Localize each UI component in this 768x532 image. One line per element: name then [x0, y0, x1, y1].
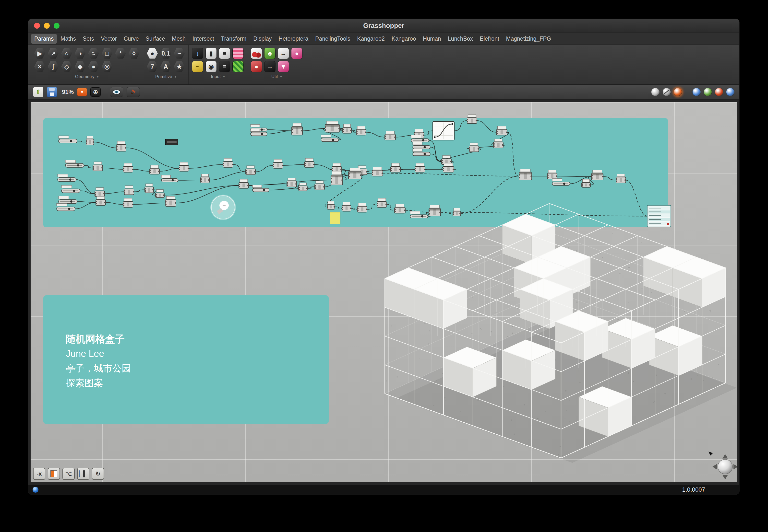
menu-tab-vector[interactable]: Vector — [98, 34, 120, 44]
menu-tab-lunchbox[interactable]: LunchBox — [445, 34, 476, 44]
graph-node[interactable] — [86, 136, 94, 145]
graph-node[interactable] — [223, 158, 233, 167]
graph-node[interactable] — [342, 202, 351, 211]
graph-node[interactable] — [384, 131, 396, 140]
display-blue-button[interactable] — [692, 88, 701, 96]
graph-mapper-node[interactable] — [433, 122, 454, 140]
component-node[interactable] — [429, 205, 441, 216]
graph-node[interactable] — [315, 181, 325, 190]
sticky-panel-node[interactable] — [330, 212, 340, 224]
graph-node[interactable] — [342, 124, 352, 133]
graph-node[interactable] — [123, 198, 133, 207]
wire-display-button[interactable]: ⌥ — [62, 468, 75, 480]
close-button[interactable] — [34, 23, 40, 29]
number-param-icon[interactable]: 0.1 — [160, 48, 171, 59]
palette-group-expander[interactable]: ▾ — [280, 75, 282, 79]
save-file-button[interactable] — [47, 87, 57, 97]
cluster-icon[interactable]: ● — [291, 48, 303, 59]
graph-node[interactable] — [493, 139, 503, 148]
curve-param-icon[interactable]: ∫ — [47, 61, 59, 72]
panel-icon[interactable]: ≡ — [219, 61, 230, 72]
graph-node[interactable] — [304, 158, 315, 167]
display-red-button[interactable] — [715, 88, 723, 96]
component-node[interactable] — [591, 170, 604, 180]
menu-tab-panelingtools[interactable]: PanelingTools — [312, 34, 353, 44]
graph-node[interactable] — [372, 167, 383, 176]
knob-icon[interactable]: ◉ — [206, 61, 217, 72]
graph-node[interactable] — [582, 179, 591, 187]
graph-node[interactable] — [144, 184, 154, 193]
open-file-button[interactable]: ⇧ — [33, 87, 43, 97]
rectangle-param-icon[interactable]: ◇ — [61, 61, 72, 72]
graph-node[interactable] — [390, 163, 401, 172]
lightbulb-widget[interactable] — [211, 195, 236, 220]
menu-tab-magnetizing_fpg[interactable]: Magnetizing_FPG — [503, 34, 554, 44]
tree-icon[interactable]: ♣ — [264, 48, 276, 59]
component-node[interactable] — [331, 172, 343, 185]
graph-node[interactable] — [94, 188, 105, 197]
menu-tab-kangaroo2[interactable]: Kangaroo2 — [354, 34, 388, 44]
menu-tab-heteroptera[interactable]: Heteroptera — [276, 34, 312, 44]
vector-param-icon[interactable]: ↗ — [47, 48, 59, 59]
component-node[interactable] — [348, 168, 361, 179]
graph-mapper-icon[interactable]: ~ — [192, 61, 203, 72]
component-node[interactable] — [519, 169, 532, 180]
graph-node[interactable] — [496, 126, 507, 135]
menu-tab-params[interactable]: Params — [31, 34, 57, 44]
graph-node[interactable] — [394, 204, 406, 213]
colour-param-icon[interactable]: ● — [147, 48, 158, 59]
zoom-button[interactable] — [54, 23, 59, 29]
expression-button[interactable]: -x — [33, 468, 45, 480]
plane-param-icon[interactable]: ◊ — [128, 48, 139, 59]
number-slider-node[interactable] — [58, 174, 76, 182]
spec-panel-node[interactable] — [647, 205, 671, 227]
circle-param-icon[interactable]: ○ — [61, 48, 72, 59]
flask-icon[interactable]: ▼ — [278, 61, 289, 72]
number-slider-node[interactable] — [58, 196, 77, 204]
menu-tab-display[interactable]: Display — [250, 34, 275, 44]
data-param-icon[interactable]: ★ — [173, 61, 185, 72]
graph-node[interactable] — [441, 155, 452, 164]
data-dam-icon[interactable] — [251, 48, 262, 59]
number-slider-node[interactable] — [61, 185, 80, 193]
graph-node[interactable] — [357, 203, 367, 212]
component-node[interactable] — [325, 121, 340, 132]
graph-node[interactable] — [239, 179, 249, 188]
sphere-param-icon[interactable]: ● — [88, 61, 99, 72]
number-slider-node[interactable] — [161, 175, 178, 182]
graph-node[interactable] — [616, 174, 626, 183]
graph-node[interactable] — [332, 163, 342, 172]
box-param-icon[interactable]: □ — [101, 48, 113, 59]
status-icon[interactable] — [33, 487, 38, 493]
number-slider-node[interactable] — [57, 203, 75, 211]
recompute-button[interactable]: ↻ — [92, 468, 104, 480]
graph-node[interactable] — [469, 143, 479, 152]
display-blue2-button[interactable] — [726, 88, 734, 96]
surface-param-icon[interactable]: ◎ — [101, 61, 113, 72]
menu-tab-human[interactable]: Human — [420, 34, 444, 44]
button-icon[interactable]: ↓ — [192, 48, 203, 59]
graph-node[interactable] — [356, 126, 366, 135]
menu-tab-transform[interactable]: Transform — [218, 34, 250, 44]
jump-icon[interactable]: → — [264, 61, 276, 72]
number-slider-node[interactable] — [410, 211, 428, 218]
graph-node[interactable] — [95, 197, 106, 206]
menu-tab-elefront[interactable]: Elefront — [476, 34, 502, 44]
menu-tab-maths[interactable]: Maths — [57, 34, 79, 44]
view-navigation-ball[interactable] — [709, 451, 737, 479]
brep-param-icon[interactable]: ◆ — [74, 61, 86, 72]
preview-wireframe-button[interactable] — [663, 88, 671, 96]
number-slider-node[interactable] — [411, 135, 429, 142]
graph-node[interactable] — [287, 178, 297, 187]
number-slider-node[interactable] — [552, 179, 570, 185]
preview-off-button[interactable] — [651, 88, 660, 96]
preview-shaded-button[interactable] — [674, 88, 682, 96]
graph-node[interactable] — [298, 183, 308, 191]
graph-node[interactable] — [123, 163, 133, 172]
boolean-toggle-icon[interactable]: ▮ — [206, 48, 217, 59]
graph-node[interactable] — [327, 201, 335, 209]
number-slider-node[interactable] — [413, 142, 430, 149]
title-bar[interactable]: Grasshopper — [28, 19, 739, 33]
menu-tab-kangaroo[interactable]: Kangaroo — [388, 34, 419, 44]
graph-node[interactable] — [467, 115, 477, 124]
